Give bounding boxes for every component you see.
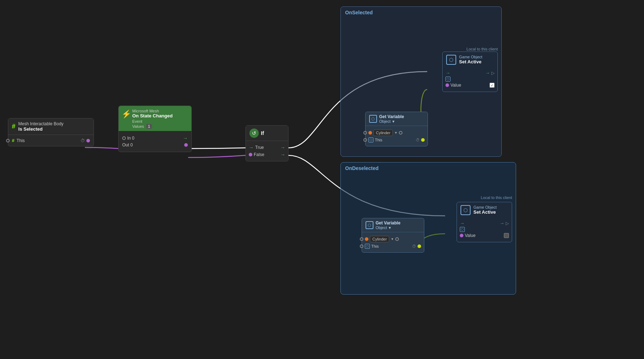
go-in-arrow-onselected: → [445,70,450,76]
hash-icon: # [12,123,15,130]
go-title-onselected: Game Object [459,55,482,59]
node-if[interactable]: ↺ If → True → False → [245,125,288,161]
go-checkbox-checked-onselected: ✓ [490,83,495,88]
container-ondeselected: OnDeselected Local to this client ⬡ Game… [340,162,516,295]
getvar-left-dot-ondeselected [360,237,363,241]
getvar-left-dot2-ondeselected [360,244,363,248]
node-getvar-ondeselected[interactable]: ⬡ Get Variable Object ▼ Cylinder ▼ [362,218,424,253]
getvar-cyl-arrow-onselected: ▼ [394,131,397,135]
go-value-dot-ondeselected [460,234,463,237]
out0-port-dot [184,143,188,147]
in0-label: In 0 [127,136,134,141]
ondeselected-label: OnDeselected [341,162,516,174]
getvar-object-arrow-onselected: ▼ [392,120,395,123]
true-port: → [280,145,285,150]
go-cube2-icon-onselected: ⬡ [445,77,450,82]
event-top-label: Microsoft Mesh [132,109,188,113]
getvar-white-dot-onselected [399,131,402,135]
false-label: False [254,152,279,157]
mesh-clock-icon: ⏱ [81,138,85,143]
if-refresh-icon: ↺ [249,128,259,138]
in0-port-dot [122,136,126,140]
getvar-cube-onselected: ⬡ [368,137,373,142]
mesh-port-left [6,139,10,142]
go-cube-icon-ondeselected: ⬡ [461,205,471,215]
getvar-cylinder-onselected[interactable]: Cylinder [373,130,393,136]
node-canvas: # Mesh Interactable Body Is Selected # T… [0,0,644,359]
getvar-icon-ondeselected: ⬡ [366,221,373,229]
bolt-icon: ⚡ [121,110,131,119]
getvar-object-arrow-ondeselected: ▼ [388,226,392,230]
node-on-state-changed[interactable]: Microsoft Mesh On State Changed Event Va… [118,106,192,152]
true-label: True [255,145,279,150]
onselected-local-label: Local to this client [341,47,501,51]
go-value-label-ondeselected: Value [465,233,502,238]
getvar-clock-ondeselected: ⏱ [412,244,416,248]
false-dot [249,153,252,156]
go-in-arrow-ondeselected: → [460,220,464,226]
getvar-object-ondeselected: Object [376,225,387,230]
true-arrow: → [249,145,254,150]
out0-label: Out 0 [122,142,133,147]
go-value-label-onselected: Value [450,83,488,88]
getvar-object-onselected: Object [379,119,391,123]
go-cube-icon-onselected: ⬡ [446,55,456,65]
node-go-setactive-ondeselected[interactable]: ⬡ Game Object Set Active → → ▷ ⬡ [457,202,512,242]
getvar-left-dot2-onselected [363,138,367,142]
values-badge: 1 [146,124,152,129]
onselected-label: OnSelected [341,7,501,18]
mesh-this-label: This [16,138,78,143]
getvar-this-onselected: This [375,138,414,142]
go-checkbox-unchecked-ondeselected [504,233,509,238]
ondeselected-local-label: Local to this client [341,195,516,200]
getvar-yg-dot-ondeselected [418,244,421,248]
getvar-cube-ondeselected: ⬡ [365,244,370,249]
if-title: If [261,130,264,136]
go-subtitle-onselected: Set Active [459,59,482,64]
getvar-left-dot-onselected [363,131,367,135]
getvar-orange-dot-ondeselected [365,237,368,241]
values-label: Values [132,124,144,128]
go-out-arrow-ondeselected: → [500,220,504,226]
node-mesh-interactable[interactable]: # Mesh Interactable Body Is Selected # T… [8,118,94,146]
go-cube2-icon-ondeselected: ⬡ [460,227,465,232]
go-play-icon-onselected: ▷ [491,71,495,76]
mesh-node-header: # Mesh Interactable Body Is Selected [8,118,94,135]
node-go-setactive-onselected[interactable]: ⬡ Game Object Set Active → → ▷ ⬡ [442,52,498,92]
mesh-node-subtitle: Is Selected [18,126,63,132]
getvar-clock-onselected: ⏱ [416,138,420,142]
connections-svg [0,0,644,359]
go-subtitle-ondeselected: Set Active [473,209,497,215]
getvar-title-ondeselected: Get Variable [376,220,400,225]
node-getvar-onselected[interactable]: ⬡ Get Variable Object ▼ Cylinder ▼ [365,112,428,146]
false-port: → [280,152,285,157]
event-main-title: On State Changed [132,113,188,118]
go-value-dot-onselected [445,83,449,87]
getvar-yg-dot-onselected [421,138,425,142]
getvar-orange-dot-onselected [368,131,372,135]
mesh-node-title: Mesh Interactable Body [18,121,63,126]
getvar-cyl-arrow-ondeselected: ▼ [391,237,394,241]
go-play-icon-ondeselected: ▷ [506,221,509,226]
in0-right-arrow: → [183,135,188,141]
getvar-title-onselected: Get Variable [379,114,404,119]
getvar-this-ondeselected: This [371,244,411,248]
event-label: Event [132,119,142,123]
mesh-hash-small-icon: # [12,138,14,143]
getvar-icon-onselected: ⬡ [369,115,377,123]
getvar-cylinder-ondeselected[interactable]: Cylinder [370,236,389,242]
container-onselected: OnSelected Local to this client ⬡ Game O… [340,6,502,157]
mesh-port-right [86,139,90,142]
getvar-white-dot-ondeselected [395,237,399,241]
go-out-arrow-onselected: → [485,70,490,76]
go-title-ondeselected: Game Object [473,205,497,209]
